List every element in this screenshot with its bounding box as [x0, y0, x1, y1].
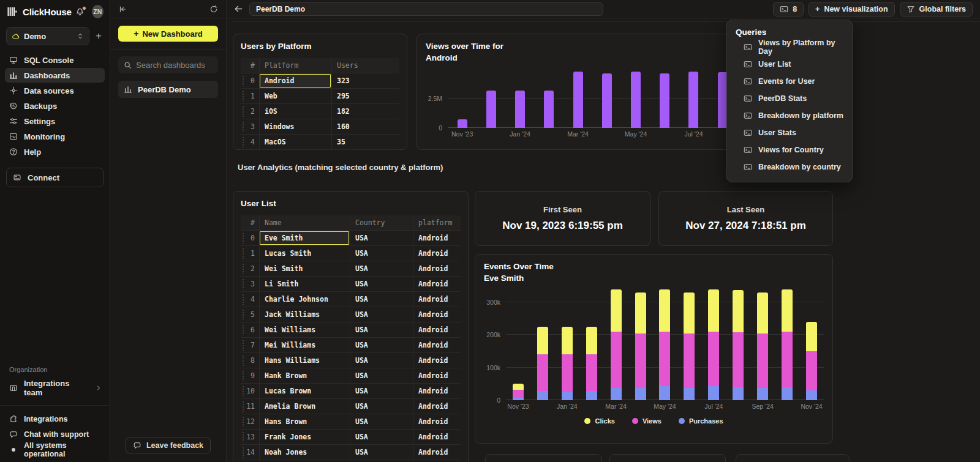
refresh-icon[interactable] — [209, 5, 218, 13]
sidebar-item-dashboards[interactable]: Dashboards — [5, 68, 105, 83]
chart-bar[interactable] — [733, 290, 744, 400]
table-cell[interactable]: Android — [413, 231, 461, 245]
table-cell[interactable]: 182 — [331, 104, 399, 119]
table-cell[interactable]: Android — [413, 292, 461, 307]
table-cell[interactable]: Amelia Brown — [259, 399, 350, 414]
table-row[interactable]: 4MacOS35 — [241, 135, 399, 150]
connect-button[interactable]: Connect — [6, 168, 104, 187]
chart-bar[interactable] — [602, 73, 612, 128]
sidebar-item-help[interactable]: Help — [5, 144, 105, 159]
sidebar-item-integrations[interactable]: Integrations — [5, 412, 105, 426]
dashboard-list-item-peerdb-demo[interactable]: PeerDB Demo — [118, 81, 218, 98]
table-cell[interactable]: Android — [259, 73, 331, 88]
table-cell[interactable]: USA — [350, 353, 413, 368]
table-cell[interactable]: Android — [413, 399, 461, 414]
chart-bar[interactable] — [513, 384, 524, 400]
table-cell[interactable]: USA — [350, 292, 413, 307]
table-row[interactable]: 12Hans BrownUSAAndroid — [241, 414, 461, 430]
table-row[interactable]: 14Noah JonesUSAAndroid — [241, 445, 461, 460]
table-cell[interactable]: 160 — [331, 119, 399, 134]
sidebar-item-data-sources[interactable]: Data sources — [5, 83, 105, 98]
table-cell[interactable]: Noah Jones — [259, 445, 350, 460]
sidebar-item-monitoring[interactable]: Monitoring — [5, 129, 105, 144]
table-cell[interactable]: Android — [413, 307, 461, 322]
table-row[interactable]: 9Hank BrownUSAAndroid — [241, 368, 461, 384]
table-cell[interactable]: Eve Smith — [259, 231, 350, 245]
table-cell[interactable]: Android — [413, 445, 461, 460]
query-item[interactable]: Events for User — [736, 73, 843, 90]
query-item[interactable]: User Stats — [736, 124, 843, 141]
sidebar-item-integrations-team[interactable]: Integrations team — [9, 379, 102, 397]
back-arrow-icon[interactable] — [234, 4, 243, 13]
table-cell[interactable]: Android — [413, 430, 461, 444]
table-cell[interactable]: Android — [413, 261, 461, 276]
table-cell[interactable]: USA — [350, 338, 413, 352]
table-cell[interactable]: Hans Williams — [259, 353, 350, 368]
table-cell[interactable]: Li Smith — [259, 277, 350, 291]
table-cell[interactable]: USA — [350, 445, 413, 460]
table-cell[interactable]: Android — [413, 384, 461, 398]
table-cell[interactable]: Android — [413, 353, 461, 368]
table-cell[interactable]: Android — [413, 414, 461, 429]
table-cell[interactable]: USA — [350, 414, 413, 429]
query-item[interactable]: Breakdown by country — [736, 158, 843, 176]
query-item[interactable]: PeerDB Stats — [736, 90, 843, 107]
legend-item[interactable]: Views — [632, 417, 662, 425]
table-cell[interactable]: iOS — [259, 104, 331, 119]
legend-item[interactable]: Purchases — [679, 417, 723, 425]
avatar[interactable]: ZN — [92, 5, 104, 18]
table-cell[interactable]: 323 — [331, 73, 399, 88]
chart-bar[interactable] — [486, 91, 496, 127]
table-row[interactable]: 13Frank JonesUSAAndroid — [241, 430, 461, 445]
table-cell[interactable]: Lucas Brown — [259, 384, 350, 398]
table-cell[interactable]: Wei Williams — [259, 322, 350, 337]
sidebar-item-system-status[interactable]: All systems operational — [5, 442, 105, 456]
table-cell[interactable]: MacOS — [259, 135, 331, 149]
table-row[interactable]: 2iOS182 — [241, 104, 399, 119]
table-row[interactable]: 5Jack WilliamsUSAAndroid — [241, 307, 461, 322]
table-cell[interactable]: USA — [350, 307, 413, 322]
chart-bar[interactable] — [659, 289, 670, 400]
table-row[interactable]: 10Lucas BrownUSAAndroid — [241, 384, 461, 399]
legend-item[interactable]: Clicks — [584, 417, 614, 425]
chart-bar[interactable] — [515, 91, 525, 127]
chart-bar[interactable] — [806, 322, 817, 400]
table-cell[interactable]: Windows — [259, 119, 331, 134]
table-cell[interactable]: Wei Smith — [259, 261, 350, 276]
chart-bar[interactable] — [660, 73, 669, 128]
table-cell[interactable]: Android — [413, 277, 461, 291]
table-cell[interactable]: Android — [413, 368, 461, 383]
chart-bar[interactable] — [458, 119, 467, 127]
table-cell[interactable]: USA — [350, 261, 413, 276]
table-cell[interactable]: Android — [413, 338, 461, 352]
table-row[interactable]: 11Amelia BrownUSAAndroid — [241, 399, 461, 414]
table-row[interactable]: 2Wei SmithUSAAndroid — [241, 261, 461, 277]
chart-bar[interactable] — [573, 72, 583, 128]
sidebar-item-sql-console[interactable]: SQL Console — [5, 53, 105, 67]
table-cell[interactable]: USA — [350, 384, 413, 398]
chart-bar[interactable] — [684, 292, 695, 400]
chart-bar[interactable] — [782, 289, 793, 400]
chart-bar[interactable] — [708, 289, 719, 400]
table-cell[interactable]: Web — [259, 89, 331, 103]
table-cell[interactable]: USA — [350, 231, 413, 245]
chart-bar[interactable] — [635, 292, 646, 400]
notifications-bell-icon[interactable] — [75, 7, 85, 17]
leave-feedback-button[interactable]: Leave feedback — [126, 438, 211, 453]
sidebar-item-settings[interactable]: Settings — [5, 114, 105, 129]
table-row[interactable]: 1Lucas SmithUSAAndroid — [241, 246, 461, 261]
table-row[interactable]: 0Eve SmithUSAAndroid — [241, 231, 461, 246]
global-filters-button[interactable]: Global filters — [900, 2, 973, 17]
query-item[interactable]: Views for Country — [736, 141, 843, 158]
table-row[interactable]: 1Web295 — [241, 89, 399, 104]
add-service-button[interactable]: + — [94, 30, 104, 42]
new-dashboard-button[interactable]: + New Dashboard — [118, 26, 218, 42]
table-cell[interactable]: Jack Williams — [259, 307, 350, 322]
table-row[interactable]: 3Windows160 — [241, 119, 399, 135]
chart-bar[interactable] — [688, 72, 698, 128]
chart-bar[interactable] — [611, 289, 622, 400]
queries-count-button[interactable]: 8 — [773, 2, 804, 17]
chart-bar[interactable] — [562, 327, 573, 400]
table-row[interactable]: 3Li SmithUSAAndroid — [241, 277, 461, 292]
table-cell[interactable]: Hans Brown — [259, 414, 350, 429]
